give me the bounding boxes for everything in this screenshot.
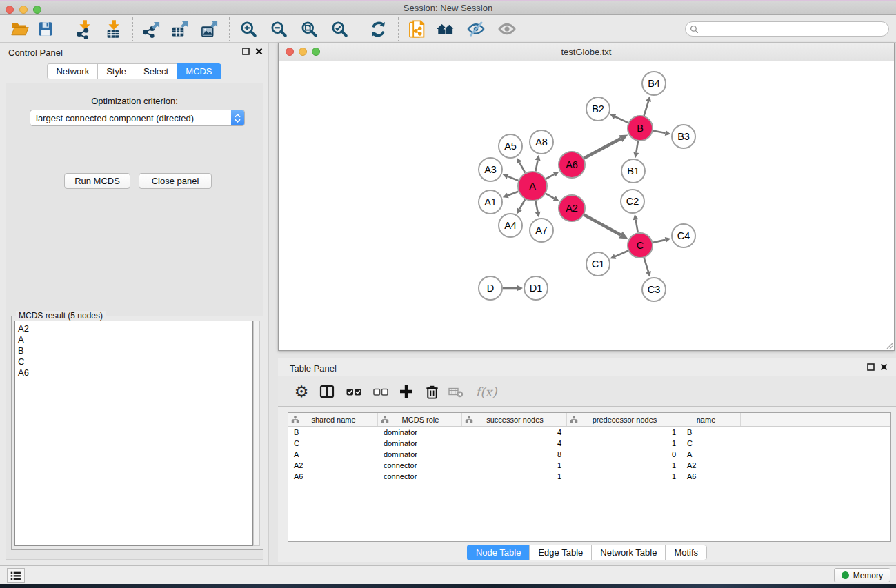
table-cell[interactable]: A2 [681, 461, 741, 469]
graph-edge-B-B3[interactable] [653, 131, 666, 133]
table-cell[interactable]: connector [378, 472, 462, 480]
task-history-button[interactable] [7, 568, 25, 583]
table-cell[interactable]: 8 [462, 450, 567, 458]
table-cell[interactable]: A2 [288, 461, 378, 469]
graph-edge-B-B1[interactable] [636, 141, 638, 153]
add-column-button[interactable] [395, 381, 417, 403]
table-cell[interactable]: C [288, 439, 378, 447]
graph-edge-A-A8[interactable] [535, 160, 537, 171]
table-cell[interactable]: A6 [288, 472, 378, 480]
export-image-button[interactable] [198, 18, 221, 40]
table-cell[interactable]: A [681, 450, 741, 458]
open-session-button[interactable] [8, 18, 32, 40]
table-cell[interactable]: dominator [378, 439, 462, 447]
graph-edge-B-B4[interactable] [644, 101, 648, 116]
tab-node-table[interactable]: Node Table [467, 545, 530, 560]
table-cell[interactable]: B [288, 428, 378, 436]
mcds-result-item[interactable]: A [18, 334, 252, 345]
table-cell[interactable]: A [288, 450, 378, 458]
graph-edge-A-A3[interactable] [508, 176, 518, 181]
run-mcds-button[interactable]: Run MCDS [64, 173, 130, 189]
mcds-result-item[interactable]: B [18, 345, 252, 356]
zoom-out-button[interactable] [267, 18, 290, 40]
table-cell[interactable]: 4 [462, 428, 567, 436]
memory-button[interactable]: Memory [834, 568, 890, 582]
zoom-window-button[interactable] [33, 6, 41, 14]
table-row[interactable]: A6connector11A6 [288, 471, 890, 482]
show-columns-button[interactable] [316, 381, 338, 403]
mcds-result-item[interactable]: C [18, 356, 252, 367]
graph-edge-B-B2[interactable] [615, 116, 628, 123]
search-box[interactable] [685, 21, 889, 37]
import-network-button[interactable] [73, 18, 97, 40]
table-cell[interactable]: 1 [567, 472, 681, 480]
tab-style[interactable]: Style [97, 63, 135, 79]
export-network-button[interactable] [140, 18, 163, 40]
tab-network-table[interactable]: Network Table [591, 545, 665, 560]
table-cell[interactable]: B [681, 428, 741, 436]
close-panel-icon[interactable] [255, 48, 263, 55]
column-header-MCDS-role[interactable]: MCDS role [378, 413, 462, 426]
close-window-button[interactable] [6, 6, 14, 14]
column-header-shared-name[interactable]: shared name [288, 413, 378, 426]
table-cell[interactable]: 1 [567, 439, 681, 447]
graph-edge-A-A7[interactable] [535, 201, 537, 212]
table-settings-button[interactable]: ⚙ [290, 381, 312, 403]
network-window-titlebar[interactable]: testGlobe.txt [279, 43, 894, 61]
table-row[interactable]: A2connector11A2 [288, 460, 890, 471]
network-zoom-button[interactable] [312, 48, 320, 56]
table-cell[interactable]: 1 [567, 428, 681, 436]
zoom-fit-button[interactable] [297, 18, 321, 40]
show-details-button[interactable] [495, 18, 519, 40]
float-panel-icon[interactable] [867, 363, 875, 371]
hide-details-button[interactable] [464, 18, 488, 40]
window-resize-grip[interactable] [885, 341, 893, 349]
graph-edge-A-A5[interactable] [519, 163, 525, 173]
table-cell[interactable]: 4 [462, 439, 567, 447]
graph-edge-C-C2[interactable] [636, 220, 638, 233]
table-cell[interactable]: C [681, 439, 741, 447]
table-row[interactable]: Bdominator41B [288, 427, 890, 438]
mcds-result-list[interactable]: A2ABCA6 [14, 321, 253, 546]
close-panel-icon[interactable] [880, 363, 888, 371]
network-from-file-button[interactable] [406, 18, 429, 40]
table-cell[interactable]: 0 [567, 450, 681, 458]
save-session-button[interactable] [34, 18, 57, 40]
select-all-button[interactable] [343, 381, 365, 403]
zoom-in-button[interactable] [237, 18, 260, 40]
column-header-successor-nodes[interactable]: successor nodes [462, 413, 567, 426]
network-close-button[interactable] [286, 48, 294, 56]
export-table-button[interactable] [168, 18, 192, 40]
tab-network[interactable]: Network [47, 63, 97, 79]
node-table[interactable]: shared nameMCDS rolesuccessor nodesprede… [288, 412, 891, 542]
table-cell[interactable]: dominator [378, 428, 462, 436]
graph-edge-A6-B[interactable] [584, 139, 621, 158]
deselect-all-button[interactable] [370, 381, 392, 403]
table-cell[interactable]: 1 [567, 461, 681, 469]
table-cell[interactable]: 1 [462, 461, 567, 469]
graph-edge-C-C4[interactable] [653, 240, 666, 243]
minimize-window-button[interactable] [19, 6, 28, 14]
table-cell[interactable]: 1 [462, 472, 567, 480]
mcds-result-item[interactable]: A6 [18, 367, 252, 378]
graph-edge-C-C3[interactable] [644, 258, 648, 272]
graph-edge-A-A2[interactable] [546, 194, 555, 199]
search-input[interactable] [699, 24, 888, 34]
mcds-result-item[interactable]: A2 [18, 323, 252, 334]
tab-edge-table[interactable]: Edge Table [529, 545, 591, 560]
table-cell[interactable]: dominator [378, 450, 462, 458]
tab-motifs[interactable]: Motifs [665, 545, 707, 560]
network-graph[interactable]: B4B2BB3A5A8A6B1A3AC2A1A2A4A7C4CC1C3DD1 [279, 61, 894, 350]
graph-edge-A-A1[interactable] [508, 192, 518, 196]
tab-mcds[interactable]: MCDS [177, 63, 221, 79]
column-header-predecessor-nodes[interactable]: predecessor nodes [567, 413, 681, 426]
refresh-layout-button[interactable] [366, 18, 390, 40]
graph-edge-A-A4[interactable] [519, 199, 525, 209]
network-minimize-button[interactable] [299, 48, 307, 56]
close-panel-button[interactable]: Close panel [139, 173, 212, 189]
float-panel-icon[interactable] [242, 48, 250, 55]
column-header-name[interactable]: name [681, 413, 741, 426]
optimization-dropdown[interactable]: largest connected component (directed) [30, 110, 245, 126]
graph-edge-A-A6[interactable] [546, 174, 554, 179]
table-row[interactable]: Adominator80A [288, 449, 890, 460]
